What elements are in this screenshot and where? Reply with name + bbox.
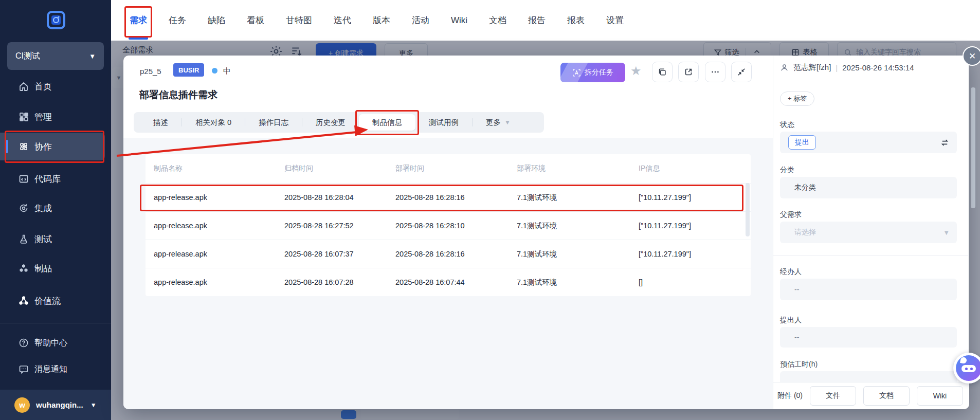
category-field[interactable]: 未分类 <box>780 177 957 198</box>
tab-artifact-info[interactable]: 制品信息 <box>359 114 415 131</box>
nav-tab-version[interactable]: 版本 <box>373 0 390 41</box>
sidebar-item-test[interactable]: 测试 <box>0 227 105 251</box>
sidebar-item-label: 代码库 <box>34 173 61 185</box>
tab-label: 历史变更 <box>316 118 346 127</box>
copy-button[interactable] <box>652 62 673 82</box>
close-modal-button[interactable]: ✕ <box>963 46 980 66</box>
requirement-id: p25_5 <box>140 67 161 76</box>
ai-icon <box>572 68 581 77</box>
add-tag-button[interactable]: + 标签 <box>780 92 814 106</box>
tab-history[interactable]: 历史变更 <box>302 112 359 133</box>
requirement-title: 部署信息插件需求 <box>139 88 217 102</box>
nav-tab-wiki[interactable]: Wiki <box>451 0 467 41</box>
tab-operation-log[interactable]: 操作日志 <box>245 112 302 133</box>
sidebar-item-notifications[interactable]: 消息通知 <box>0 357 105 381</box>
tab-label: 制品信息 <box>372 118 402 127</box>
nav-tab-settings[interactable]: 设置 <box>606 0 624 41</box>
project-selector[interactable]: CI测试 ▼ <box>7 42 104 70</box>
external-link-icon <box>684 67 693 77</box>
nav-tab-requirements[interactable]: 需求 <box>130 0 147 41</box>
chatbot-button[interactable] <box>953 353 980 384</box>
status-transition-button[interactable] <box>940 138 950 148</box>
assignee-field[interactable]: -- <box>780 279 957 300</box>
user-menu[interactable]: w wuhangqin... ▼ <box>0 390 111 420</box>
top-navigation: 需求 任务 缺陷 看板 甘特图 迭代 版本 活动 Wiki 文档 报告 报表 设… <box>111 0 980 41</box>
sidebar-item-label: 协作 <box>34 141 52 153</box>
nav-tab-label: 看板 <box>247 14 264 26</box>
sidebar-item-manage[interactable]: 管理 <box>0 104 105 129</box>
message-icon <box>19 364 29 374</box>
nav-tab-label: 甘特图 <box>286 14 312 26</box>
sidebar-item-code-repo[interactable]: 代码库 <box>0 167 105 191</box>
nav-tab-label: 迭代 <box>334 14 351 26</box>
table-row[interactable]: app-release.apk 2025-08-28 16:07:37 2025… <box>146 240 751 268</box>
table-header-row: 制品名称 归档时间 部署时间 部署环境 IP信息 <box>146 154 751 183</box>
file-button[interactable]: 文件 <box>810 386 856 406</box>
page-scrollbar-thumb[interactable] <box>971 87 975 208</box>
sidebar-item-home[interactable]: 首页 <box>0 74 105 99</box>
parent-requirement-select[interactable]: 请选择 ▼ <box>780 222 957 243</box>
proposer-field[interactable]: -- <box>780 327 957 348</box>
column-header: 制品名称 <box>146 164 284 173</box>
hexagons-icon <box>19 263 29 273</box>
attachments-label[interactable]: 附件 (0) <box>777 391 803 400</box>
cell-artifact-name: app-release.apk <box>146 250 284 258</box>
table-scrollbar-thumb[interactable] <box>746 183 750 236</box>
nav-tab-report[interactable]: 报告 <box>528 0 546 41</box>
nav-tab-iteration[interactable]: 迭代 <box>334 0 351 41</box>
status-label: 状态 <box>780 120 794 130</box>
project-name: CI测试 <box>15 51 40 62</box>
tab-test-cases[interactable]: 测试用例 <box>415 112 472 133</box>
nav-tab-defects[interactable]: 缺陷 <box>208 0 225 41</box>
doc-button[interactable]: 文档 <box>863 386 910 406</box>
type-badge: BUSIR <box>173 63 204 77</box>
open-in-new-button[interactable] <box>678 62 699 82</box>
network-icon <box>19 296 29 306</box>
collapse-modal-button[interactable] <box>731 62 752 82</box>
cell-deploy-env: 7.1测试环境 <box>517 249 639 259</box>
parent-requirement-placeholder: 请选择 <box>794 228 816 237</box>
add-tag-label: + 标签 <box>788 94 807 103</box>
sidebar-item-integration[interactable]: 集成 <box>0 196 105 221</box>
tab-related-objects[interactable]: 相关对象 0 <box>182 112 245 133</box>
flask-icon <box>19 234 29 244</box>
cell-ip-info: [] <box>639 278 751 286</box>
nav-tab-label: 报表 <box>567 14 585 26</box>
priority-label[interactable]: 中 <box>223 66 231 76</box>
star-favorite-icon[interactable]: ★ <box>630 64 642 78</box>
assignee-value: -- <box>794 285 799 294</box>
cell-deploy-time: 2025-08-28 16:28:16 <box>395 193 517 202</box>
sidebar: CI测试 ▼ 首页 管理 协作 代码库 <box>0 0 111 420</box>
sidebar-item-help-center[interactable]: 帮助中心 <box>0 331 105 355</box>
sidebar-item-label: 测试 <box>34 233 52 245</box>
estimate-hours-field[interactable] <box>780 371 957 382</box>
table-row[interactable]: app-release.apk 2025-08-28 16:27:52 2025… <box>146 211 751 240</box>
cell-deploy-time: 2025-08-28 16:07:44 <box>395 278 517 286</box>
nav-tab-activity[interactable]: 活动 <box>412 0 429 41</box>
nav-tab-docs[interactable]: 文档 <box>489 0 506 41</box>
app-logo-icon[interactable] <box>46 10 66 30</box>
wiki-button[interactable]: Wiki <box>917 386 963 406</box>
sidebar-item-collaboration[interactable]: 协作 <box>0 133 105 160</box>
nav-tab-gantt[interactable]: 甘特图 <box>286 0 312 41</box>
nav-tab-tasks[interactable]: 任务 <box>169 0 186 41</box>
grid-icon <box>19 112 29 122</box>
sidebar-divider <box>0 323 111 323</box>
proposer-value: -- <box>794 333 799 341</box>
panel-footer: 附件 (0) 文件 文档 Wiki <box>773 382 969 409</box>
tab-more[interactable]: 更多 ▼ <box>473 112 524 133</box>
table-row[interactable]: app-release.apk 2025-08-28 16:28:04 2025… <box>146 183 751 211</box>
tab-label: 相关对象 0 <box>195 118 231 127</box>
more-options-button[interactable] <box>705 62 725 82</box>
category-label: 分类 <box>780 166 794 175</box>
table-row[interactable]: app-release.apk 2025-08-28 16:07:28 2025… <box>146 268 751 296</box>
sidebar-item-artifacts[interactable]: 制品 <box>0 256 105 281</box>
cell-artifact-name: app-release.apk <box>146 222 284 230</box>
nav-tab-board[interactable]: 看板 <box>247 0 264 41</box>
status-value-pill[interactable]: 提出 <box>788 135 816 150</box>
nav-tab-statements[interactable]: 报表 <box>567 0 585 41</box>
tab-description[interactable]: 描述 <box>140 112 182 133</box>
nav-tab-label: 设置 <box>606 14 624 26</box>
sidebar-item-value-stream[interactable]: 价值流 <box>0 288 105 313</box>
split-task-button[interactable]: 拆分任务 <box>560 63 625 82</box>
